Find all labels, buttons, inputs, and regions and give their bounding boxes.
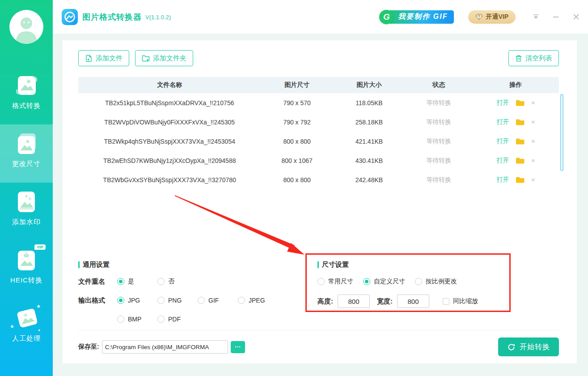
radio-selected-icon (117, 297, 124, 304)
sidebar-menu: 格式转换 更改尺寸 (0, 66, 53, 357)
table-scrollbar[interactable] (560, 94, 563, 171)
folder-icon[interactable] (516, 99, 525, 107)
image-filesize: 258.18KB (333, 119, 405, 126)
col-header-filename: 文件名称 (78, 81, 261, 89)
minimize-button[interactable] (552, 13, 560, 21)
sidebar-item-label: HEIC转换 (10, 276, 42, 285)
radio-option-pdf[interactable]: PDF (157, 316, 198, 323)
sidebar-item-label: 更改尺寸 (12, 160, 41, 168)
height-label: 高度: (317, 297, 333, 306)
sidebar-item-label: 人工处理 (12, 334, 41, 343)
radio-option-png[interactable]: PNG (157, 297, 198, 304)
col-header-status: 状态 (405, 81, 473, 89)
remove-row-icon[interactable]: × (531, 99, 535, 106)
radio-option-jpeg[interactable]: JPEG (238, 297, 278, 304)
sidebar-item-resize[interactable]: 更改尺寸 (0, 124, 53, 183)
col-header-actions: 操作 (473, 81, 559, 89)
remove-row-icon[interactable]: × (531, 138, 535, 145)
start-convert-button[interactable]: 开始转换 (498, 338, 559, 356)
make-gif-label: 我要制作 GIF (388, 10, 454, 24)
clear-list-button[interactable]: 清空列表 (508, 50, 559, 66)
add-folder-button[interactable]: 添加文件夹 (135, 50, 193, 66)
file-toolbar: 添加文件 添加文件夹 清空列表 (78, 50, 559, 66)
status-text: 等待转换 (405, 157, 473, 165)
manual-process-icon: ★ ★ ● (14, 306, 38, 330)
remove-row-icon[interactable]: × (531, 119, 535, 125)
open-link[interactable]: 打开 (496, 137, 509, 145)
make-gif-button[interactable]: G 我要制作 GIF (379, 10, 454, 24)
image-dimensions: 800 x 800 (261, 176, 333, 184)
image-filesize: 118.05KB (333, 99, 405, 107)
sidebar-item-watermark[interactable]: 添加水印 (0, 183, 53, 241)
radio-icon (317, 278, 325, 285)
radio-selected-icon (117, 278, 124, 285)
close-icon (573, 13, 580, 20)
status-text: 等待转换 (405, 99, 473, 107)
height-input[interactable] (338, 295, 370, 308)
folder-icon[interactable] (516, 157, 525, 164)
radio-option-bmp[interactable]: BMP (117, 316, 157, 323)
radio-option-by-ratio[interactable]: 按比例更改 (415, 278, 457, 286)
vip-badge: VIP (34, 244, 46, 250)
open-link[interactable]: 打开 (496, 99, 509, 107)
add-file-button[interactable]: 添加文件 (78, 50, 129, 66)
avatar[interactable] (9, 10, 43, 44)
open-vip-button[interactable]: 开通VIP (468, 10, 516, 24)
folder-icon[interactable] (516, 138, 525, 145)
heic-icon: VIP (14, 248, 38, 272)
keep-ratio-label: 同比缩放 (453, 297, 478, 305)
radio-option-yes[interactable]: 是 (117, 278, 157, 286)
sidebar-item-label: 添加水印 (12, 218, 41, 226)
radio-option-no[interactable]: 否 (157, 278, 198, 286)
radio-icon (198, 297, 205, 304)
size-settings-title: 尺寸设置 (317, 261, 478, 269)
refresh-icon (507, 343, 516, 351)
sidebar: 格式转换 更改尺寸 (0, 0, 53, 376)
title-accent-bar (317, 261, 319, 268)
close-button[interactable] (572, 13, 580, 21)
image-dimensions: 790 x 570 (261, 99, 333, 107)
general-settings-title: 通用设置 (78, 261, 278, 269)
table-row: TB2WbGvXxSYBuNjSspjXXX73VXa_!!3270780 80… (78, 170, 559, 189)
remove-row-icon[interactable]: × (531, 176, 535, 183)
radio-option-custom-size[interactable]: 自定义尺寸 (363, 278, 405, 286)
radio-icon (238, 297, 245, 304)
file-name: TB2Wkp4qhSYBuNjSspjXXX73VXa_!!2453054 (78, 138, 261, 145)
file-name: TB2WVpDiVOWBuNjy0FiXXXFxVXa_!!245305 (78, 119, 261, 126)
table-header-row: 文件名称 图片尺寸 图片大小 状态 操作 (78, 77, 559, 93)
hide-to-tray-button[interactable] (532, 13, 540, 21)
radio-icon (157, 278, 165, 285)
main-panel: 添加文件 添加文件夹 清空列表 文件名称 图片尺寸 图片大小 状态 操作 (63, 40, 577, 363)
radio-option-gif[interactable]: GIF (198, 297, 238, 304)
browse-button[interactable]: ··· (231, 341, 245, 353)
keep-ratio-checkbox[interactable] (443, 298, 449, 305)
image-dimensions: 800 x 1067 (261, 157, 333, 164)
open-link[interactable]: 打开 (496, 157, 509, 165)
col-header-dimensions: 图片尺寸 (261, 81, 333, 89)
folder-icon[interactable] (516, 119, 525, 126)
sidebar-item-manual[interactable]: ★ ★ ● 人工处理 (0, 299, 53, 357)
user-icon (9, 10, 43, 44)
remove-row-icon[interactable]: × (531, 157, 535, 164)
open-link[interactable]: 打开 (496, 118, 509, 126)
rename-label: 文件重名 (78, 278, 117, 286)
col-header-filesize: 图片大小 (333, 81, 405, 89)
gif-logo-icon: G (379, 10, 393, 24)
title-accent-bar (78, 261, 80, 268)
resize-icon (14, 132, 38, 156)
chevron-down-icon (533, 14, 539, 19)
width-input[interactable] (397, 295, 429, 308)
format-label: 输出格式 (78, 296, 117, 305)
sidebar-item-label: 格式转换 (12, 102, 41, 110)
size-settings-section: 尺寸设置 常用尺寸 自定义尺寸 按比例更改 高度: 宽度: 同比缩放 (317, 261, 478, 308)
radio-option-common-size[interactable]: 常用尺寸 (317, 278, 353, 286)
sidebar-item-format-convert[interactable]: 格式转换 (0, 66, 53, 124)
sidebar-item-heic[interactable]: VIP HEIC转换 (0, 241, 53, 299)
radio-option-jpg[interactable]: JPG (117, 297, 157, 304)
image-dimensions: 800 x 800 (261, 138, 333, 145)
watermark-icon (14, 190, 38, 214)
save-path-input[interactable] (102, 340, 228, 354)
open-link[interactable]: 打开 (496, 176, 509, 184)
folder-icon[interactable] (516, 176, 525, 184)
status-text: 等待转换 (405, 137, 473, 145)
